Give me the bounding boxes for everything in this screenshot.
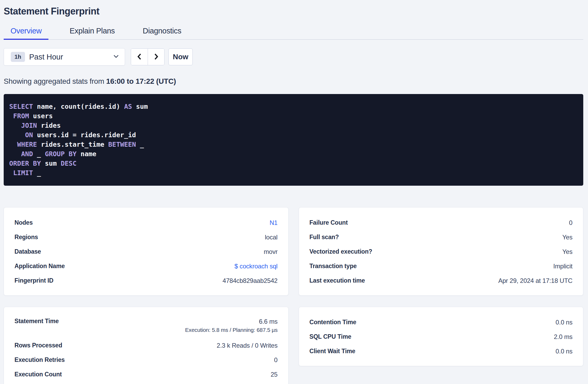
- chevron-left-icon: [136, 52, 143, 62]
- stat-value-group: 6.6 ms Execution: 5.8 ms / Planning: 687…: [185, 318, 277, 334]
- stat-value-group: $ cockroach sql: [235, 262, 278, 270]
- sql-keyword: WHERE: [17, 141, 37, 148]
- sql-text: rides: [37, 122, 61, 129]
- stat-row-nodes: Nodes N1: [14, 215, 278, 230]
- stat-row-rows-processed: Rows Processed 2.3 k Reads / 0 Writes: [14, 338, 278, 353]
- tab-bar: OverviewExplain PlansDiagnostics: [4, 24, 583, 40]
- stat-value: Implicit: [553, 262, 572, 270]
- wait-time-card: Contention Time 0.0 ns SQL CPU Time 2.0 …: [299, 307, 584, 366]
- sql-text: [9, 150, 21, 158]
- sql-line: LIMIT _: [9, 168, 577, 178]
- stat-value-group: 2.3 k Reads / 0 Writes: [217, 342, 277, 349]
- sql-text: rides.start_time: [37, 141, 108, 148]
- stat-value-group: movr: [264, 248, 278, 256]
- stat-value-group: Apr 29, 2024 at 17:18 UTC: [498, 277, 572, 285]
- tab-diagnostics[interactable]: Diagnostics: [136, 24, 188, 40]
- sql-text: sum: [41, 160, 61, 167]
- sql-keyword: BETWEEN: [108, 141, 136, 148]
- sql-line: WHERE rides.start_time BETWEEN _: [9, 140, 577, 149]
- stat-value-group: Yes: [562, 233, 572, 241]
- chevron-right-icon: [153, 52, 160, 62]
- stat-value: local: [265, 233, 277, 241]
- stat-value-group: 25: [271, 371, 277, 378]
- stat-label: Last execution time: [310, 277, 365, 284]
- sql-keyword: JOIN: [21, 122, 37, 129]
- sql-line: JOIN rides: [9, 121, 577, 130]
- stat-row-application-name: Application Name $ cockroach sql: [14, 259, 278, 273]
- statement-details-card: Nodes N1 Regions local Database movr App…: [4, 207, 288, 296]
- stat-label: Contention Time: [310, 319, 356, 326]
- stat-label: Transaction type: [310, 263, 357, 270]
- sql-text: _: [33, 169, 41, 177]
- sql-text: name, count(rides.id): [33, 103, 124, 110]
- aggregated-stats-summary: Showing aggregated stats from 16:00 to 1…: [4, 77, 583, 86]
- stat-row-regions: Regions local: [14, 230, 278, 244]
- time-range-dropdown[interactable]: 1h Past Hour: [4, 48, 125, 66]
- stat-value-group: 4784cb829aab2542: [222, 277, 277, 285]
- stat-value-group: Implicit: [553, 262, 572, 270]
- sql-keyword: FROM: [13, 112, 29, 120]
- sql-keyword: ORDER BY: [9, 160, 41, 167]
- time-controls: 1h Past Hour Now: [4, 48, 583, 66]
- stat-row-transaction-type: Transaction type Implicit: [310, 259, 573, 273]
- next-time-button[interactable]: [148, 49, 164, 65]
- stat-value: 2.3 k Reads / 0 Writes: [217, 342, 277, 349]
- sql-keyword: GROUP BY: [45, 150, 76, 158]
- sql-keyword: DESC: [61, 160, 77, 167]
- stats-summary-prefix: Showing aggregated stats from: [4, 77, 106, 85]
- stat-row-execution-retries: Execution Retries 0: [14, 353, 278, 367]
- stat-value: Yes: [562, 233, 572, 241]
- now-button[interactable]: Now: [168, 48, 193, 65]
- stats-summary-range: 16:00 to 17:22 (UTC): [106, 77, 176, 85]
- tab-label: Diagnostics: [143, 27, 181, 35]
- stat-label: Fingerprint ID: [14, 277, 53, 284]
- stat-value-link[interactable]: $ cockroach sql: [235, 262, 278, 270]
- stat-value: movr: [264, 248, 278, 256]
- tab-label: Overview: [11, 27, 42, 35]
- stat-value: 0.0 ns: [556, 347, 572, 355]
- stat-value: 0.0 ns: [556, 318, 572, 326]
- stat-value-group: 2.0 ms: [554, 333, 572, 341]
- statement-fingerprint-page: Statement Fingerprint OverviewExplain Pl…: [0, 0, 588, 384]
- stat-value-group: Yes: [562, 248, 572, 256]
- stat-value-group: N1: [270, 219, 277, 227]
- stat-label: Client Wait Time: [310, 348, 355, 355]
- sql-text: [9, 131, 25, 139]
- stat-row-vectorized-execution: Vectorized execution? Yes: [310, 244, 573, 259]
- stat-row-database: Database movr: [14, 244, 278, 259]
- stat-label: Execution Retries: [14, 356, 65, 363]
- sql-text: [9, 141, 17, 148]
- sql-text: _: [136, 141, 144, 148]
- stat-row-full-scan: Full scan? Yes: [310, 230, 573, 244]
- sql-line: ORDER BY sum DESC: [9, 159, 577, 168]
- sql-keyword: AND: [21, 150, 33, 158]
- sql-keyword: ON: [25, 131, 33, 139]
- sql-text: sum: [132, 103, 148, 110]
- stat-label: Execution Count: [14, 371, 62, 378]
- page-title: Statement Fingerprint: [4, 6, 583, 17]
- stat-value: 0: [274, 356, 277, 364]
- execution-attributes-card: Failure Count 0 Full scan? Yes Vectorize…: [299, 207, 584, 296]
- sql-text: _: [33, 150, 45, 158]
- tab-overview[interactable]: Overview: [4, 24, 48, 40]
- sql-statement-box: SELECT name, count(rides.id) AS sum FROM…: [4, 94, 583, 186]
- time-range-label: Past Hour: [29, 53, 113, 61]
- stat-row-execution-count: Execution Count 25: [14, 367, 278, 382]
- stat-row-sql-cpu-time: SQL CPU Time 2.0 ms: [310, 329, 573, 344]
- sql-line: FROM users: [9, 111, 577, 121]
- sql-text: users: [29, 112, 53, 120]
- stat-value: Apr 29, 2024 at 17:18 UTC: [498, 277, 572, 285]
- stat-row-client-wait-time: Client Wait Time 0.0 ns: [310, 344, 573, 358]
- prev-time-button[interactable]: [131, 49, 148, 65]
- stat-label: Failure Count: [310, 219, 348, 226]
- tab-explain-plans[interactable]: Explain Plans: [63, 24, 122, 40]
- sql-line: AND _ GROUP BY name: [9, 149, 577, 159]
- sql-text: [9, 169, 13, 177]
- sql-keyword: SELECT: [9, 103, 33, 110]
- stat-value-link[interactable]: N1: [270, 219, 277, 227]
- stat-value-group: 0.0 ns: [556, 318, 572, 326]
- stat-label: Rows Processed: [14, 342, 62, 349]
- stat-value-group: 0.0 ns: [556, 347, 572, 355]
- sql-keyword: AS: [124, 103, 132, 110]
- stats-cards: Nodes N1 Regions local Database movr App…: [4, 207, 583, 384]
